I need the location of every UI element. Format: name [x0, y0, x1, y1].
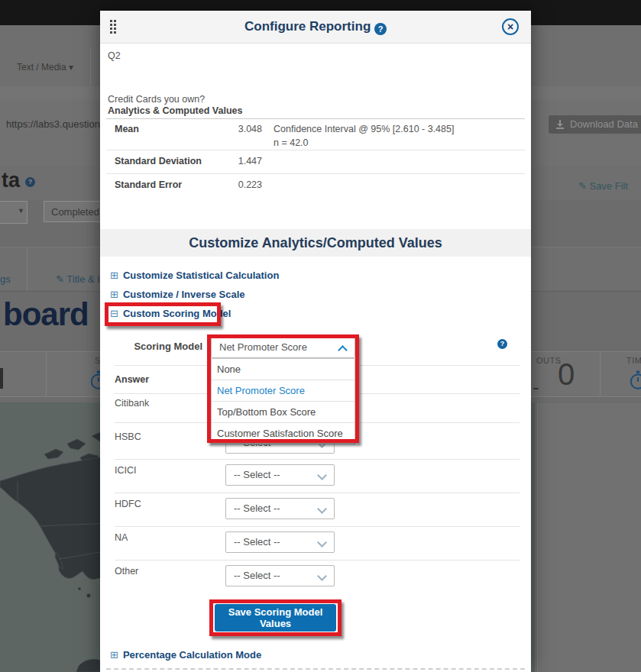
divider — [106, 118, 525, 119]
help-icon[interactable]: ? — [374, 23, 387, 35]
tab-settings[interactable]: gs — [0, 273, 11, 285]
save-filter-label: Save Filt — [590, 180, 629, 192]
download-icon — [555, 119, 565, 130]
scoring-model-dropdown-list: None Net Promoter Score Top/Bottom Box S… — [211, 358, 355, 444]
answer-column-header: Answer — [115, 374, 149, 385]
caret-down-icon: ▾ — [69, 62, 73, 73]
tab-title-label: Title & L — [66, 273, 102, 285]
screen: Text / Media ▾ https://labs3.questionpr … — [0, 0, 641, 672]
modal-title: Configure Reporting ? — [100, 19, 531, 35]
tile-dropouts-value: 0 — [558, 357, 575, 392]
answer-label: Other — [115, 566, 138, 577]
section-label: Customize Statistical Calculation — [123, 270, 279, 281]
configure-reporting-modal: Configure Reporting ? × Q2 Credit Cards … — [100, 11, 531, 672]
chevron-up-icon — [338, 345, 348, 355]
save-filter-link[interactable]: ✎ Save Filt — [578, 180, 628, 192]
chevron-down-icon — [317, 504, 327, 514]
section-statistical-calculation[interactable]: ⊞Customize Statistical Calculation — [110, 270, 279, 281]
divider — [106, 173, 525, 174]
text-media-label: Text / Media — [17, 62, 66, 73]
section-percentage-calculation[interactable]: ⊞Percentage Calculation Mode — [110, 649, 261, 661]
help-icon[interactable]: ? — [25, 177, 35, 187]
chevron-down-icon — [317, 571, 327, 581]
tile-divider — [46, 351, 47, 397]
answer-score-select[interactable]: -- Select -- — [225, 498, 335, 519]
collapse-icon: ⊟ — [110, 308, 118, 319]
divider — [115, 459, 520, 460]
dropdown-option[interactable]: None — [212, 359, 354, 380]
caret-down-icon: ▼ — [18, 207, 24, 215]
dropdown-option[interactable]: Top/Bottom Box Score — [212, 402, 354, 423]
answer-score-select[interactable]: -- Select -- — [225, 531, 335, 553]
question-text: Credit Cards you own? — [108, 94, 205, 105]
tile-dropouts-prefix: - — [533, 376, 539, 399]
modal-title-text: Configure Reporting — [244, 19, 371, 34]
stat-value: 1.447 — [192, 156, 262, 166]
stat-label: Standard Error — [115, 179, 182, 190]
select-placeholder: -- Select -- — [234, 502, 280, 514]
divider — [115, 526, 520, 527]
divider — [115, 560, 520, 561]
expand-icon: ⊞ — [110, 289, 118, 300]
select-placeholder: -- Select -- — [234, 469, 280, 480]
text-media-dropdown[interactable]: Text / Media ▾ — [0, 48, 91, 86]
stat-note: Confidence Interval @ 95% [2.610 - 3.485… — [274, 124, 454, 134]
scoring-model-value: Net Promoter Score — [219, 341, 307, 353]
countries-card: Countries Unknown IN Total — [537, 403, 641, 672]
tab-title-layout[interactable]: ✎ Title & L — [56, 273, 103, 285]
stat-label: Mean — [115, 124, 139, 134]
analytics-header: Analytics & Computed Values — [108, 105, 242, 116]
chevron-down-icon — [317, 470, 327, 480]
expand-icon: ⊞ — [110, 270, 118, 281]
expand-icon: ⊞ — [110, 649, 118, 661]
timer-icon — [628, 370, 641, 390]
dropdown-option[interactable]: Customer Satisfaction Score — [212, 423, 354, 444]
scoring-model-label: Scoring Model — [100, 341, 202, 352]
dashboard-heading: board — [3, 296, 89, 333]
close-icon[interactable]: × — [502, 18, 519, 35]
scoring-model-select[interactable]: Net Promoter Score — [211, 337, 355, 358]
section-label: Customize / Inverse Scale — [123, 289, 245, 300]
pencil-icon: ✎ — [578, 180, 587, 192]
pencil-icon: ✎ — [56, 273, 64, 285]
answer-score-select[interactable]: -- Select -- — [225, 565, 335, 586]
tile-divider — [600, 351, 601, 397]
stat-note: n = 42.0 — [274, 137, 309, 148]
survey-url[interactable]: https://labs3.questionpr — [6, 118, 102, 130]
section-label: Custom Scoring Model — [123, 308, 231, 319]
answer-score-select[interactable]: -- Select -- — [225, 464, 335, 486]
status-filter-value: Completed — [51, 206, 99, 218]
answer-label: ICICI — [115, 465, 136, 476]
answer-label: NA — [115, 532, 128, 543]
section-custom-scoring-model[interactable]: ⊟Custom Scoring Model — [110, 308, 231, 319]
select-placeholder: -- Select -- — [234, 570, 280, 581]
answer-label: HDFC — [115, 499, 141, 509]
tab-divider — [27, 247, 28, 290]
select-placeholder: -- Select -- — [234, 536, 280, 548]
save-scoring-model-button[interactable]: Save Scoring Model Values — [215, 604, 336, 632]
section-label: Percentage Calculation Mode — [123, 649, 261, 661]
divider — [115, 493, 520, 493]
world-map — [0, 402, 107, 672]
dashed-divider — [106, 668, 525, 670]
stat-value: 0.223 — [192, 179, 262, 190]
customize-section-header: Customize Analytics/Computed Values — [100, 229, 531, 257]
answer-label: HSBC — [115, 431, 141, 442]
chevron-down-icon — [317, 538, 327, 548]
data-page-title: ta — [2, 169, 20, 192]
stat-label: Standard Deviation — [115, 156, 202, 166]
dropdown-option[interactable]: Net Promoter Score — [212, 380, 354, 402]
tile-number-fragment — [0, 368, 3, 389]
stat-value: 3.048 — [192, 124, 262, 134]
download-data-label: Download Data — [570, 118, 638, 130]
section-inverse-scale[interactable]: ⊞Customize / Inverse Scale — [110, 289, 245, 300]
answer-label: Citibank — [115, 398, 149, 409]
tile-time-label: TIM — [626, 356, 641, 365]
help-icon[interactable]: ? — [497, 339, 507, 349]
question-code: Q2 — [108, 50, 121, 61]
divider — [106, 150, 525, 150]
